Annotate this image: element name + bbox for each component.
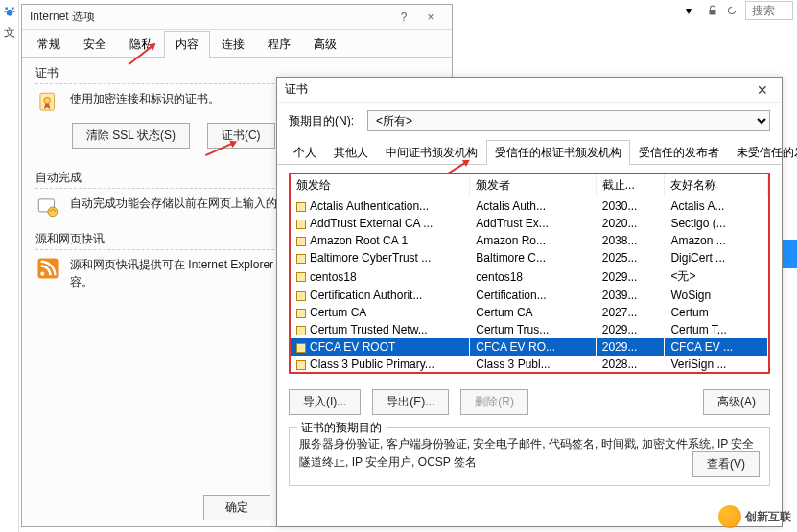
table-row[interactable]: COMODO ECC Certifi...COMODO E...2038...S…: [291, 373, 768, 374]
table-row[interactable]: AddTrust External CA ...AddTrust Ex...20…: [291, 215, 768, 232]
svg-point-3: [4, 11, 6, 12]
cert-item-icon: [296, 360, 306, 370]
lock-icon: [707, 5, 718, 16]
svg-point-0: [6, 10, 12, 16]
col-friendly-name[interactable]: 友好名称: [665, 174, 768, 197]
tab-trusted-publishers[interactable]: 受信任的发布者: [630, 140, 728, 165]
intended-purpose-row: 预期目的(N): <所有>: [277, 103, 782, 139]
browser-toolbar: ▾: [682, 0, 797, 21]
watermark-logo-icon: [718, 505, 741, 528]
table-row[interactable]: Actalis Authentication...Actalis Auth...…: [291, 197, 768, 216]
tab-advanced[interactable]: 高级: [302, 31, 348, 58]
cert-store-tabs: 个人 其他人 中间证书颁发机构 受信任的根证书颁发机构 受信任的发布者 未受信任…: [277, 139, 782, 165]
tab-programs[interactable]: 程序: [256, 31, 302, 58]
rss-icon: [35, 256, 60, 281]
close-icon[interactable]: ✕: [751, 82, 774, 98]
chevron-down-icon[interactable]: ▾: [686, 4, 699, 17]
cert-purpose-box: 证书的预期目的 服务器身份验证, 客户端身份验证, 安全电子邮件, 代码签名, …: [289, 427, 770, 486]
svg-point-2: [12, 7, 14, 10]
search-input[interactable]: [745, 1, 793, 20]
options-tabs: 常规 安全 隐私 内容 连接 程序 高级: [22, 30, 452, 58]
advanced-button[interactable]: 高级(A): [703, 389, 770, 415]
col-expiry[interactable]: 截止...: [596, 174, 665, 197]
tab-security[interactable]: 安全: [72, 31, 118, 58]
paw-icon[interactable]: [2, 4, 17, 19]
dialog-title: Internet 选项: [30, 9, 95, 25]
ok-button[interactable]: 确定: [203, 495, 270, 520]
table-row[interactable]: Class 3 Public Primary...Class 3 Publ...…: [291, 356, 768, 373]
cert-item-icon: [296, 291, 306, 301]
tab-connections[interactable]: 连接: [210, 31, 256, 58]
certificates-dialog: 证书 ✕ 预期目的(N): <所有> 个人 其他人 中间证书颁发机构 受信任的根…: [276, 77, 783, 527]
tab-trusted-root-ca[interactable]: 受信任的根证书颁发机构: [486, 140, 630, 165]
dialog-titlebar: 证书 ✕: [277, 78, 782, 103]
cert-action-row: 导入(I)... 导出(E)... 删除(R) 高级(A): [277, 382, 782, 423]
clear-ssl-button[interactable]: 清除 SSL 状态(S): [72, 123, 190, 149]
right-blue-strip: [782, 240, 797, 268]
svg-point-10: [40, 272, 44, 276]
certificate-list: 颁发给 颁发者 截止... 友好名称 Actalis Authenticatio…: [289, 173, 770, 374]
svg-point-8: [48, 207, 58, 217]
svg-point-4: [12, 11, 14, 12]
watermark-text: 创新互联: [745, 509, 791, 525]
svg-point-6: [44, 97, 51, 104]
table-row[interactable]: Certum CACertum CA2027...Certum: [291, 304, 768, 321]
tab-untrusted-publishers[interactable]: 未受信任的发布者: [728, 140, 797, 165]
col-issued-to[interactable]: 颁发给: [291, 174, 470, 197]
purpose-select[interactable]: <所有>: [367, 110, 770, 131]
col-issued-by[interactable]: 颁发者: [470, 174, 596, 197]
table-row[interactable]: Amazon Root CA 1Amazon Ro...2038...Amazo…: [291, 232, 768, 249]
left-browser-strip: 文: [0, 0, 19, 532]
table-row[interactable]: centos18centos182029...<无>: [291, 266, 768, 287]
import-button[interactable]: 导入(I)...: [289, 389, 361, 415]
certificate-icon: [35, 90, 60, 115]
cert-item-icon: [296, 220, 306, 229]
close-button[interactable]: ×: [417, 11, 444, 24]
cert-item-icon: [296, 202, 306, 212]
table-row[interactable]: Certification Authorit...Certification..…: [291, 287, 768, 304]
svg-point-1: [5, 7, 8, 10]
export-button[interactable]: 导出(E)...: [372, 389, 449, 415]
refresh-icon[interactable]: [726, 5, 738, 16]
cert-item-icon: [296, 272, 306, 282]
purpose-label: 预期目的(N):: [289, 113, 354, 129]
cert-item-icon: [296, 254, 306, 264]
remove-button[interactable]: 删除(R): [460, 389, 528, 415]
purpose-box-title: 证书的预期目的: [297, 420, 386, 436]
dialog-title: 证书: [285, 81, 308, 98]
autocomplete-icon: [35, 195, 60, 220]
certificate-table: 颁发给 颁发者 截止... 友好名称 Actalis Authenticatio…: [291, 174, 768, 374]
dialog-titlebar: Internet 选项 ? ×: [22, 5, 452, 30]
text-icon: 文: [4, 25, 15, 41]
table-row[interactable]: Baltimore CyberTrust ...Baltimore C...20…: [291, 249, 768, 266]
help-button[interactable]: ?: [390, 11, 417, 24]
cert-item-icon: [296, 237, 306, 246]
tab-other[interactable]: 其他人: [325, 140, 377, 165]
watermark: 创新互联: [718, 505, 791, 528]
cert-item-icon: [296, 309, 306, 318]
table-row[interactable]: CFCA EV ROOTCFCA EV RO...2029...CFCA EV …: [291, 338, 768, 356]
tab-content[interactable]: 内容: [164, 31, 210, 58]
purpose-description: 服务器身份验证, 客户端身份验证, 安全电子邮件, 代码签名, 时间戳, 加密文…: [299, 435, 760, 472]
certificates-button[interactable]: 证书(C): [207, 123, 275, 149]
tab-personal[interactable]: 个人: [285, 140, 325, 165]
cert-item-icon: [296, 343, 306, 353]
tab-general[interactable]: 常规: [26, 31, 72, 58]
cert-item-icon: [296, 326, 306, 335]
view-button[interactable]: 查看(V): [692, 451, 760, 477]
table-row[interactable]: Certum Trusted Netw...Certum Trus...2029…: [291, 321, 768, 338]
